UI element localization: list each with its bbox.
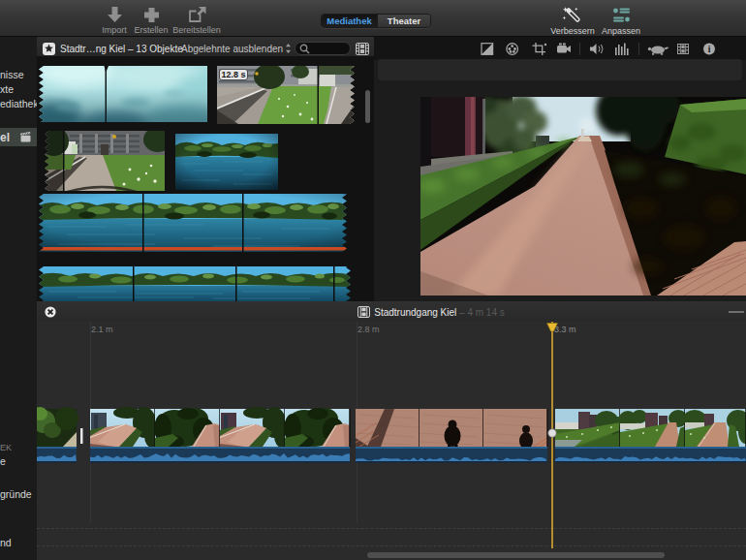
svg-text:i: i (708, 45, 711, 54)
svg-text:3.3 m: 3.3 m (554, 325, 576, 334)
svg-text:12.8 s: 12.8 s (221, 70, 245, 79)
